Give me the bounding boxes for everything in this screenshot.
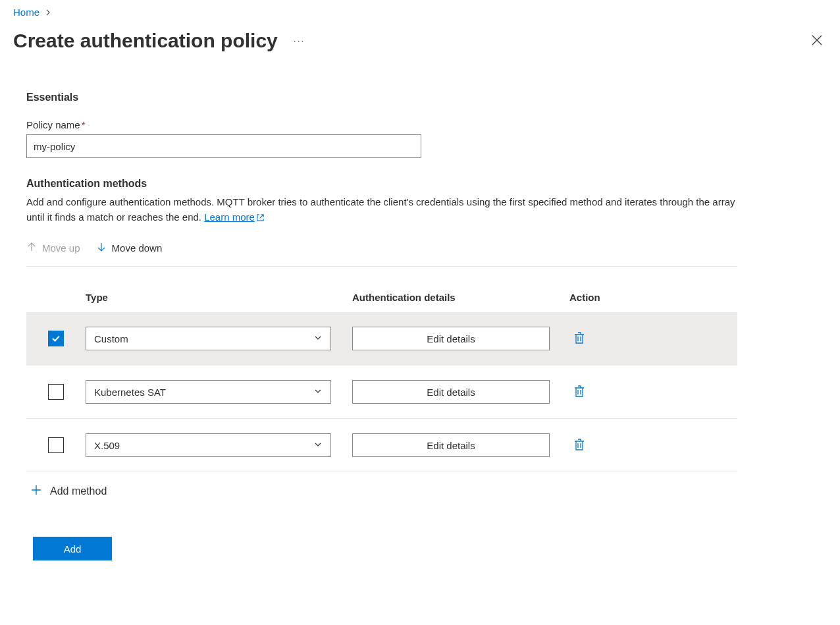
title-row: Create authentication policy ··· [13, 30, 827, 52]
plus-icon [30, 484, 42, 499]
edit-details-button[interactable]: Edit details [352, 433, 550, 457]
header-action: Action [569, 292, 737, 303]
page-title: Create authentication policy [13, 30, 278, 52]
trash-icon [573, 443, 585, 453]
trash-icon [573, 337, 585, 346]
type-select-value: Custom [94, 333, 128, 344]
section-essentials-title: Essentials [26, 92, 737, 103]
type-select-value: X.509 [94, 440, 120, 451]
breadcrumb: Home [13, 7, 827, 18]
close-button[interactable] [807, 30, 827, 52]
chevron-down-icon [313, 440, 323, 451]
header-type: Type [86, 292, 352, 303]
chevron-right-icon [45, 7, 51, 18]
policy-name-input[interactable] [26, 134, 421, 158]
breadcrumb-home[interactable]: Home [13, 7, 39, 18]
table-header: Type Authentication details Action [26, 285, 737, 312]
auth-methods-description: Add and configure authentication methods… [26, 195, 737, 226]
move-up-button[interactable]: Move up [26, 239, 80, 257]
type-select[interactable]: Kubernetes SAT [86, 380, 331, 404]
trash-icon [573, 390, 585, 400]
arrow-up-icon [26, 242, 37, 254]
row-checkbox[interactable] [48, 384, 64, 400]
header-details: Authentication details [352, 292, 569, 303]
section-auth-methods-title: Authentication methods [26, 178, 737, 190]
type-select[interactable]: X.509 [86, 433, 331, 457]
move-down-button[interactable]: Move down [96, 239, 163, 257]
delete-button[interactable] [569, 434, 589, 457]
chevron-down-icon [313, 387, 323, 398]
table-row: Kubernetes SATEdit details [26, 366, 737, 419]
add-button[interactable]: Add [33, 537, 112, 560]
chevron-down-icon [313, 333, 323, 344]
delete-button[interactable] [569, 327, 589, 350]
type-select-value: Kubernetes SAT [94, 387, 166, 398]
add-method-button[interactable]: Add method [26, 472, 111, 510]
learn-more-link[interactable]: Learn more [204, 211, 265, 223]
edit-details-button[interactable]: Edit details [352, 327, 550, 350]
row-checkbox[interactable] [48, 331, 64, 346]
arrow-down-icon [96, 242, 107, 254]
required-asterisk: * [82, 119, 86, 130]
edit-details-button[interactable]: Edit details [352, 380, 550, 404]
table-row: CustomEdit details [26, 312, 737, 366]
external-link-icon [256, 211, 265, 227]
more-actions-button[interactable]: ··· [290, 33, 309, 49]
type-select[interactable]: Custom [86, 327, 331, 350]
toolbar: Move up Move down [26, 239, 737, 267]
delete-button[interactable] [569, 381, 589, 404]
policy-name-label: Policy name* [26, 119, 737, 130]
row-checkbox[interactable] [48, 437, 64, 453]
table-row: X.509Edit details [26, 419, 737, 472]
